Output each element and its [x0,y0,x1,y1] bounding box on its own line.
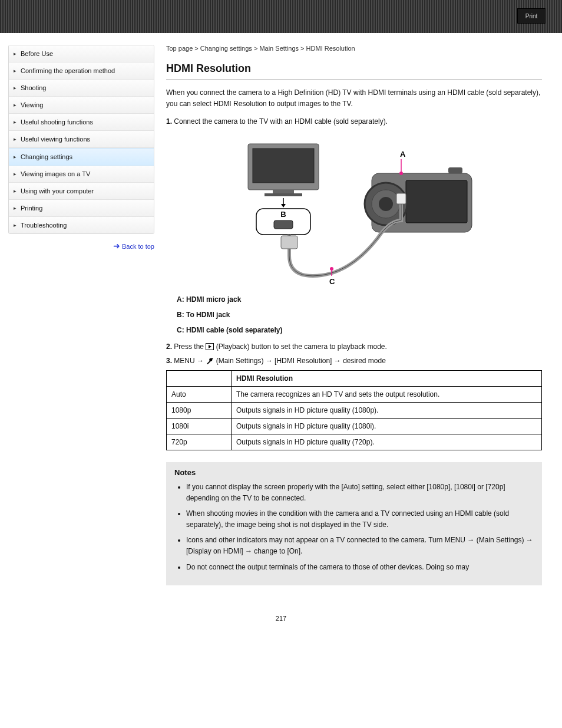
sidebar-item-label: Useful viewing functions [21,136,90,143]
sidebar-item-confirming[interactable]: Confirming the operation method [9,62,154,80]
table-cell: Outputs signals in HD picture quality (1… [232,418,542,434]
table-cell: 1080p [167,402,232,418]
sidebar-item-useful-shooting[interactable]: Useful shooting functions [9,114,154,131]
wrench-icon [206,357,214,364]
svg-text:B: B [280,210,286,219]
breadcrumb: Top page > Changing settings > Main Sett… [166,45,542,52]
sidebar-item-label: Before Use [21,50,53,57]
sidebar-item-label: Viewing [21,101,43,108]
sidebar: Before Use Confirming the operation meth… [8,45,154,251]
print-button[interactable]: Print [517,8,546,24]
sidebar-item-label: Confirming the operation method [21,67,115,74]
diagram-label-a: A: HDMI micro jack [177,295,542,304]
table-cell: 1080i [167,418,232,434]
svg-marker-24 [209,345,211,348]
step-text-pre: Press the [172,342,206,351]
notes-title: Notes [174,468,534,477]
sidebar-item-viewing-tv[interactable]: Viewing images on a TV [9,166,154,183]
table-row: 1080p Outputs signals in HD picture qual… [167,402,542,418]
sidebar-item-label: Useful shooting functions [21,118,93,126]
table-header-cell [167,370,232,386]
sidebar-item-label: Troubleshooting [21,222,67,229]
table-row: 1080i Outputs signals in HD picture qual… [167,418,542,434]
step-text-post: (Playback) button to set the camera to p… [216,342,387,351]
step3-a: MENU [172,357,197,365]
page-title: HDMI Resolution [166,62,542,75]
back-to-top: ➜ Back to top [8,241,154,251]
sidebar-item-computer[interactable]: Using with your computer [9,183,154,200]
top-header-bar: Print [0,0,562,33]
playback-icon [206,343,214,350]
table-header-row: HDMI Resolution [167,370,542,386]
title-divider [166,80,542,80]
step3-b: (Main Settings) [216,357,266,365]
diagram-label-c: C: HDMI cable (sold separately) [177,326,542,334]
sidebar-item-viewing[interactable]: Viewing [9,97,154,114]
sidebar-item-troubleshooting[interactable]: Troubleshooting [9,217,154,233]
step-2: 2. Press the (Playback) button to set th… [166,341,542,353]
table-cell: Auto [167,386,232,402]
diagram-label-b: B: To HDMI jack [177,311,542,319]
svg-text:C: C [329,277,335,285]
step3-c: [HDMI Resolution] [275,357,334,365]
table-header-cell: HDMI Resolution [232,370,542,386]
table-row: 720p Outputs signals in HD picture quali… [167,434,542,450]
sidebar-item-shooting[interactable]: Shooting [9,80,154,97]
svg-rect-14 [448,167,462,173]
list-item: Do not connect the output terminals of t… [186,562,534,573]
list-item: If you cannot display the screen properl… [186,482,534,503]
step-1: 1. Connect the camera to the TV with an … [166,116,542,127]
table-cell: The camera recognizes an HD TV and sets … [232,386,542,402]
svg-point-22 [330,267,333,271]
table-row: Auto The camera recognizes an HD TV and … [167,386,542,402]
page-number: 217 [0,609,562,634]
step-3: 3. MENU → (Main Settings) → [HDMI Resolu… [166,355,542,367]
table-cell: Outputs signals in HD picture quality (1… [232,402,542,418]
sidebar-item-label: Using with your computer [21,187,94,195]
step-text: Connect the camera to the TV with an HDM… [172,117,388,126]
sidebar-item-printing[interactable]: Printing [9,200,154,217]
back-to-top-link[interactable]: Back to top [122,243,154,250]
notes-box: Notes If you cannot display the screen p… [166,462,542,585]
step-number: 2. [166,342,172,351]
arrow-right-icon: ➜ [113,241,120,251]
svg-rect-8 [274,220,293,229]
sidebar-item-changing-settings[interactable]: Changing settings [9,148,154,166]
svg-point-13 [379,197,393,211]
svg-rect-18 [281,236,297,249]
svg-text:A: A [400,150,406,159]
sidebar-item-label: Viewing images on a TV [21,170,90,177]
svg-rect-2 [273,190,294,193]
list-item: Icons and other indicators may not appea… [186,535,534,556]
table-cell: Outputs signals in HD picture quality (7… [232,434,542,450]
svg-rect-3 [265,193,302,196]
main-content: Top page > Changing settings > Main Sett… [166,45,554,585]
svg-rect-1 [253,149,314,183]
intro-paragraph: When you connect the camera to a High De… [166,87,542,109]
connection-diagram: B A C [166,132,542,287]
resolution-table: HDMI Resolution Auto The camera recogniz… [166,370,542,450]
sidebar-item-label: Shooting [21,84,46,91]
step-number: 3. [166,357,172,365]
svg-marker-5 [281,204,286,207]
sidebar-item-label: Changing settings [21,153,72,160]
step3-d: desired mode [343,357,386,365]
sidebar-menu: Before Use Confirming the operation meth… [8,45,154,234]
step-number: 1. [166,117,172,126]
svg-rect-10 [406,180,467,223]
sidebar-item-label: Printing [21,205,42,212]
notes-list: If you cannot display the screen properl… [174,482,534,572]
sidebar-item-useful-viewing[interactable]: Useful viewing functions [9,131,154,148]
sidebar-item-before-use[interactable]: Before Use [9,45,154,62]
table-cell: 720p [167,434,232,450]
svg-rect-19 [396,193,406,204]
svg-point-17 [399,172,403,175]
list-item: When shooting movies in the condition wi… [186,508,534,530]
